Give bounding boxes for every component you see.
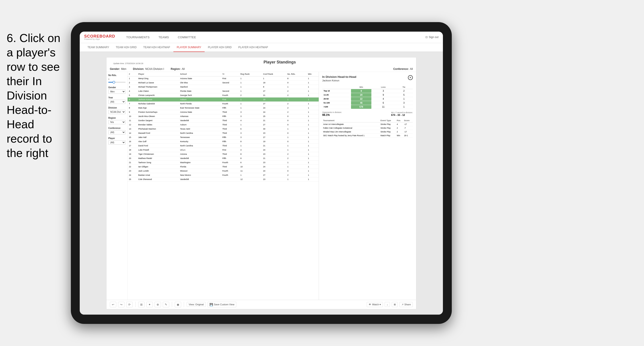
- cell-no-rds: 0: [286, 123, 306, 127]
- conference-select[interactable]: (All): [108, 130, 126, 134]
- plus-button[interactable]: ⊕: [154, 302, 161, 307]
- nav-teams[interactable]: TEAMS: [154, 32, 174, 43]
- table-row[interactable]: 4 Luke Claton Florida State Second 1 27 …: [128, 89, 319, 93]
- table-row[interactable]: 9 Preston Summerhays Arizona State Third…: [128, 110, 319, 114]
- refresh-button[interactable]: ⟳: [126, 302, 133, 307]
- cell-player: Michael Thorbjornsen: [137, 85, 179, 89]
- cell-player: Ian Gilligan: [137, 165, 179, 169]
- h2h-row: 51-100 46 6 3: [322, 101, 413, 105]
- undo-icon: ↩: [112, 303, 114, 306]
- table-row[interactable]: 1 Wenyi Ding Arizona State First 1 1 8 1: [128, 76, 319, 80]
- cell-conf-rank: 19: [262, 97, 286, 102]
- h2h-tie-cell: 1: [395, 105, 413, 109]
- tab-player-summary[interactable]: PLAYER SUMMARY: [174, 43, 205, 52]
- cell-win: 1: [306, 160, 319, 165]
- table-row[interactable]: 23 Jack Lundin Missouri Fourth 11 24 0 1: [128, 169, 319, 173]
- table-row[interactable]: 19 Tiger Christensen Arizona Third 8 23 …: [128, 152, 319, 156]
- table-row[interactable]: 22 Ian Gilligan Florida Third 10 24 1 1: [128, 165, 319, 169]
- table-row[interactable]: 16 Alex Goff Kentucky Fifth 8 19 0 1: [128, 139, 319, 144]
- cell-conf-rank: 23: [262, 160, 286, 165]
- table-row[interactable]: 2 Michael La Sasse Ole Miss Second 1 18 …: [128, 80, 319, 85]
- tournament-history-table: Tournament Event Type Pos Score Amer Ari…: [322, 119, 413, 138]
- table-row[interactable]: 14 Maxwell Ford North Carolina Third 3 2…: [128, 131, 319, 135]
- table-row[interactable]: 13 Phichaisak Maichon Texas A&M Third 6 …: [128, 127, 319, 131]
- cell-yr: Fourth: [221, 173, 239, 177]
- table-row[interactable]: 8 Mats Ege East Tennessee State Fifth 1 …: [128, 106, 319, 110]
- cell-player: Tiger Christensen: [137, 152, 179, 156]
- watch-button[interactable]: 👁 Watch ▾: [367, 302, 383, 307]
- cell-school: North Carolina: [179, 144, 221, 148]
- h2h-opponents-label: Opponents in division: 98.1%: [322, 111, 342, 117]
- view-original-button[interactable]: View: Original: [187, 302, 206, 307]
- cell-rank: 10: [128, 114, 137, 118]
- table-row[interactable]: 6 Jackson Koivun Auburn First 1 19 1 1: [128, 97, 319, 102]
- gender-select[interactable]: Men: [108, 90, 126, 94]
- gender-filter: Gender: Men: [110, 67, 126, 71]
- cell-no-rds: 1: [286, 177, 306, 181]
- division-filter: Division: NCAA Division I: [133, 67, 164, 71]
- save-custom-view-button[interactable]: 💾 Save Custom View: [208, 302, 236, 307]
- cell-player: Michael La Sasse: [137, 80, 179, 85]
- table-row[interactable]: 11 Gordon Sargent Vanderbilt Third 4 21 …: [128, 118, 319, 123]
- share-button[interactable]: ↗ Share: [400, 302, 413, 307]
- table-row[interactable]: 12 Brendan Valdes Auburn Third 1 27 0 1: [128, 123, 319, 127]
- player-select[interactable]: (All): [108, 140, 126, 145]
- cell-conf-rank: 19: [262, 139, 286, 144]
- table-row[interactable]: 7 Nicholas Gabrelcik North Florida Fourt…: [128, 102, 319, 106]
- sign-out-button[interactable]: ⊡ Sign out: [426, 36, 438, 39]
- undo-button[interactable]: ↩: [110, 302, 116, 307]
- col-school: School: [179, 72, 221, 76]
- year-select[interactable]: (All): [108, 100, 126, 104]
- division-select[interactable]: NCAA Division I: [108, 110, 126, 114]
- cell-school: Vanderbilt: [179, 118, 221, 123]
- h2h-close-button[interactable]: ×: [408, 75, 413, 80]
- tab-player-h2h-grid[interactable]: PLAYER H2H GRID: [205, 43, 235, 52]
- cell-no-rds: 2: [286, 93, 306, 97]
- tab-team-h2h-grid[interactable]: TEAM H2H GRID: [112, 43, 140, 52]
- table-scroll[interactable]: # Player School Yr Reg Rank Conf Rank No…: [128, 72, 319, 300]
- cell-win: 1: [306, 85, 319, 89]
- cell-win: 1: [306, 114, 319, 118]
- download-button[interactable]: ↓: [385, 302, 390, 307]
- cell-rank: 12: [128, 123, 137, 127]
- table-row[interactable]: 15 Jake Hall Tennessee Fifth 3 27 1 1: [128, 135, 319, 139]
- table-row[interactable]: 20 Matthew Riedel Vanderbilt Fifth 8 21 …: [128, 156, 319, 160]
- table-row[interactable]: 3 Michael Thorbjornsen Stanford 1 8 1 1: [128, 85, 319, 89]
- cell-yr: First: [221, 97, 239, 102]
- year-filter-group: Year (All): [108, 96, 126, 104]
- cell-rank: 2: [128, 80, 137, 85]
- save-icon: 💾: [210, 303, 213, 306]
- star-button[interactable]: ✦: [146, 302, 153, 307]
- table-row[interactable]: 25 Cole Sherwood Vanderbilt 12 23 1 1: [128, 177, 319, 181]
- no-rds-slider[interactable]: [108, 82, 126, 83]
- cell-school: UCLA: [179, 148, 221, 152]
- table-row[interactable]: 24 Bastian Amat New Mexico Fourth 1 27 2…: [128, 173, 319, 177]
- cell-yr: Second: [221, 89, 239, 93]
- tab-team-h2h-heatmap[interactable]: TEAM H2H HEATMAP: [140, 43, 174, 52]
- nav-tournaments[interactable]: TOURNAMENTS: [122, 32, 154, 43]
- table-row[interactable]: 17 David Ford North Carolina Third 1 21 …: [128, 144, 319, 148]
- edit-button[interactable]: ✎: [163, 302, 169, 307]
- table-row[interactable]: 21 Taehoon Song Washington Fourth 6 23 1…: [128, 160, 319, 165]
- table-row[interactable]: 18 Luke Powell UCLA First 4 24 1 1: [128, 148, 319, 152]
- cell-player: Jackson Koivun: [137, 97, 179, 102]
- tournament-row: Amer Ari Intercollegiate Stroke Play 4 -…: [322, 122, 413, 126]
- grid-button[interactable]: ⊞: [138, 302, 144, 307]
- cell-win: 1: [306, 173, 319, 177]
- timer-button[interactable]: ◉: [175, 302, 181, 307]
- table-row[interactable]: 5 Christo Lamprecht Georgia Tech Fourth …: [128, 93, 319, 97]
- cell-win: 1: [306, 76, 319, 80]
- tab-player-h2h-heatmap[interactable]: PLAYER H2H HEATMAP: [235, 43, 271, 52]
- redo-button[interactable]: ↪: [118, 302, 124, 307]
- grid-view-button[interactable]: ⊞: [392, 302, 398, 307]
- nav-committee[interactable]: COMMITTEE: [174, 32, 201, 43]
- tab-team-summary[interactable]: TEAM SUMMARY: [84, 43, 112, 52]
- cell-rank: 14: [128, 131, 137, 135]
- col-reg-rank: Reg Rank: [239, 72, 262, 76]
- h2h-rank-cell: Top 10: [322, 89, 351, 93]
- region-select[interactable]: N/a: [108, 120, 126, 124]
- cell-rank: 4: [128, 89, 137, 93]
- cell-school: Arizona State: [179, 110, 221, 114]
- table-row[interactable]: 10 Jacob Mou-Olesen Arkansas Fifth 3 25 …: [128, 114, 319, 118]
- cell-win: 1: [306, 152, 319, 156]
